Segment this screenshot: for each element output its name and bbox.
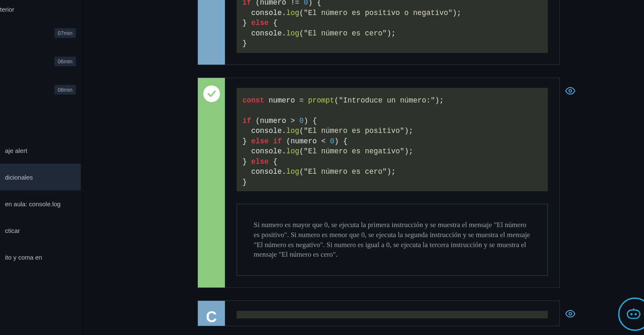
sidebar-item-lesson[interactable]: 06min: [0, 47, 81, 75]
sidebar-item-label: en aula: console.log: [5, 200, 76, 208]
answer-stripe-b: [198, 78, 225, 288]
sidebar-item-label: cticar: [5, 227, 76, 234]
svg-point-5: [635, 313, 637, 315]
svg-point-1: [569, 89, 572, 92]
answer-card-b[interactable]: const numero = prompt("Introduce un núme…: [197, 78, 560, 288]
svg-rect-3: [627, 310, 640, 318]
sidebar-item-lesson[interactable]: 07min: [0, 19, 81, 47]
answer-body: const numero = prompt("Introduce un núme…: [225, 78, 559, 288]
answer-stripe-a: A: [198, 0, 225, 65]
answer-card-c[interactable]: C: [197, 300, 560, 326]
sidebar-item[interactable]: cticar: [0, 217, 81, 244]
sidebar-item-prev[interactable]: terior: [0, 0, 81, 19]
code-block-b: const numero = prompt("Introduce un núme…: [237, 88, 548, 192]
answer-letter: A: [206, 0, 217, 2]
sidebar-item[interactable]: en aula: console.log: [0, 190, 81, 217]
sidebar-item-label: terior: [0, 6, 14, 13]
code-block-a: const numero = prompt("Introduce un núme…: [237, 0, 548, 53]
answer-body: const numero = prompt("Introduce un núme…: [225, 0, 559, 65]
duration-badge: 06min: [55, 57, 76, 66]
duration-badge: 08min: [55, 85, 76, 95]
main-content: A const numero = prompt("Introduce un nú…: [81, 0, 644, 335]
sidebar-item-label: aje alert: [5, 147, 76, 154]
sidebar-item-label: ito y coma en: [5, 254, 76, 261]
sidebar-item[interactable]: aje alert: [0, 137, 81, 164]
eye-icon[interactable]: [565, 87, 575, 96]
answer-card-a[interactable]: A const numero = prompt("Introduce un nú…: [197, 0, 560, 65]
sidebar-item[interactable]: ito y coma en: [0, 244, 81, 270]
duration-badge: 07min: [55, 28, 76, 38]
course-sidebar: terior 07min06min08min aje alertdicional…: [0, 0, 81, 335]
sidebar-item[interactable]: dicionales: [0, 164, 81, 190]
svg-point-2: [569, 312, 572, 315]
sidebar-item-lesson[interactable]: 08min: [0, 75, 81, 104]
svg-point-4: [631, 313, 633, 315]
answer-explanation: Si numero es mayor que 0, se ejecuta la …: [237, 204, 548, 276]
answer-letter: C: [206, 308, 217, 326]
sidebar-item-label: dicionales: [5, 174, 76, 181]
answer-stripe-c: C: [198, 301, 225, 326]
eye-icon[interactable]: [565, 310, 575, 319]
answer-body: [225, 301, 559, 326]
code-block-c: [237, 311, 548, 318]
check-icon: [203, 85, 220, 102]
